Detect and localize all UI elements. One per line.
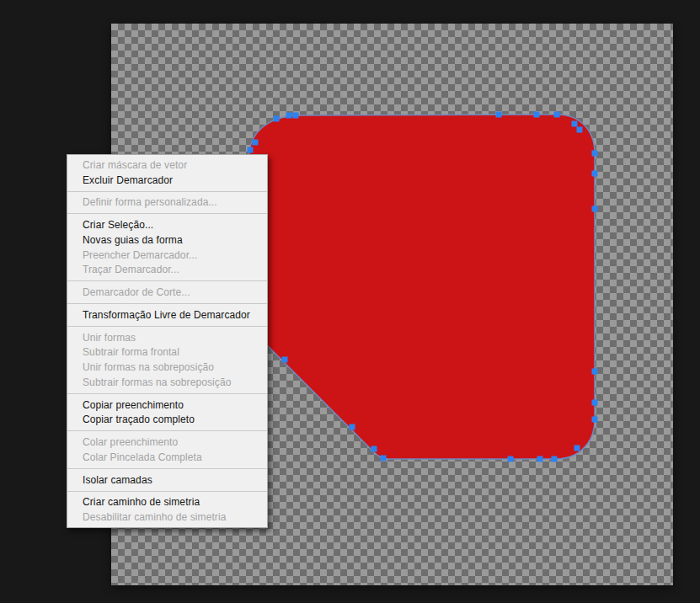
menu-separator [67, 393, 267, 394]
context-menu-item: Colar preenchimento [67, 435, 267, 450]
menu-separator [67, 468, 267, 469]
menu-separator [67, 303, 267, 304]
context-menu-item: Subtrair forma frontal [67, 345, 267, 360]
context-menu-item: Definir forma personalizada... [67, 195, 267, 211]
context-menu-item[interactable]: Isolar camadas [67, 472, 267, 488]
context-menu-item[interactable]: Excluir Demarcador [67, 173, 267, 188]
context-menu-item[interactable]: Copiar preenchimento [67, 398, 267, 413]
menu-separator [67, 213, 267, 214]
menu-separator [67, 491, 267, 492]
context-menu-item: Unir formas [67, 330, 267, 345]
context-menu-item[interactable]: Copiar traçado completo [67, 413, 267, 428]
menu-separator [67, 191, 267, 192]
context-menu-item: Colar Pincelada Completa [67, 450, 267, 465]
context-menu-item: Criar máscara de vetor [67, 157, 267, 173]
context-menu-item[interactable]: Criar Seleção... [67, 217, 267, 232]
context-menu-item: Unir formas na sobreposição [67, 360, 267, 375]
menu-separator [67, 280, 267, 281]
context-menu-item: Traçar Demarcador... [67, 263, 267, 278]
context-menu-item[interactable]: Transformação Livre de Demarcador [67, 307, 267, 323]
context-menu-item: Subtrair formas na sobreposição [67, 375, 267, 390]
context-menu-item: Demarcador de Corte... [67, 285, 267, 300]
context-menu-item: Preencher Demarcador... [67, 248, 267, 263]
menu-separator [67, 430, 267, 431]
context-menu-item[interactable]: Novas guias da forma [67, 232, 267, 248]
context-menu-item: Desabilitar caminho de simetria [67, 510, 267, 525]
menu-separator [67, 326, 267, 327]
context-menu: Criar máscara de vetorExcluir Demarcador… [67, 154, 268, 528]
context-menu-item[interactable]: Criar caminho de simetria [67, 495, 267, 510]
